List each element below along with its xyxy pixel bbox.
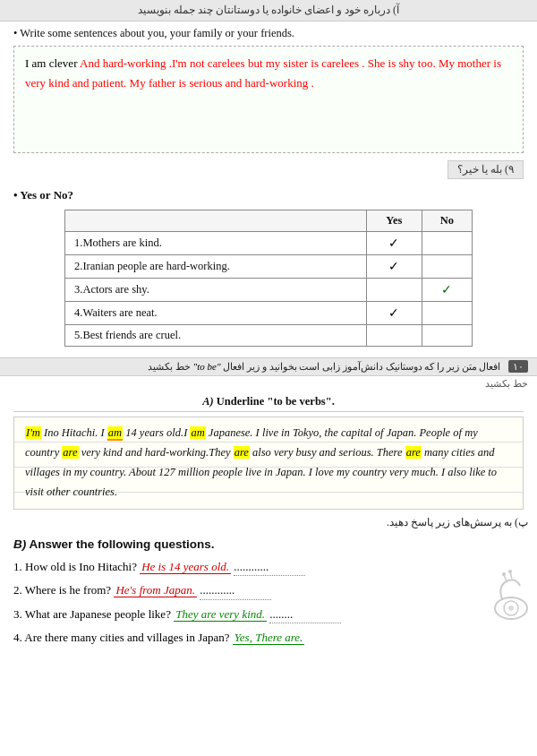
section-a-instruction: Write some sentences about you, your fam… xyxy=(13,27,524,40)
q2-answer: He's from Japan. xyxy=(114,583,197,597)
row3-text: 3.Actors are shy. xyxy=(65,279,367,302)
q2-num: 2. xyxy=(13,583,25,597)
section10-suffix: خط بکشید xyxy=(148,361,191,372)
writing-content-red: And hard-working .I'm not carelees but m… xyxy=(25,56,501,90)
text-im: I'm Ino Hitachi. I am 14 years old.I am … xyxy=(25,426,497,498)
underline-title: A) Underline "to be verbs". xyxy=(13,395,524,412)
title-rest: Answer the following questions. xyxy=(30,537,215,551)
row4-yes: ✓ xyxy=(367,302,422,325)
svg-point-6 xyxy=(508,570,512,573)
row1-yes: ✓ xyxy=(367,232,422,255)
decorative-snail-icon xyxy=(489,559,533,631)
underline-section: A) Underline "to be verbs". I'm Ino Hita… xyxy=(0,391,537,513)
q1-num: 1. xyxy=(13,560,25,573)
question-item-1: 1. How old is Ino Hitachi? He is 14 year… xyxy=(13,558,524,577)
title-a: A) xyxy=(202,395,214,408)
writing-prefix: I am clever xyxy=(25,56,77,70)
title-rest: Underline "to be verbs". xyxy=(217,395,335,408)
q4-text: Are there many cities and villages in Ja… xyxy=(24,631,232,644)
col-yes: Yes xyxy=(367,210,422,232)
table-row: 3.Actors are shy. ✓ xyxy=(65,279,473,302)
check-green: ✓ xyxy=(441,283,452,296)
check-black: ✓ xyxy=(388,236,399,250)
highlight-are3: are xyxy=(405,446,422,459)
q4-num: 4. xyxy=(13,631,24,644)
row2-text: 2.Iranian people are hard-working. xyxy=(65,255,367,279)
row2-no xyxy=(422,255,472,279)
check-black: ✓ xyxy=(388,260,399,273)
q2-dots: ............ xyxy=(200,581,271,600)
row1-text: 1.Mothers are kind. xyxy=(65,232,367,255)
svg-line-3 xyxy=(504,575,507,581)
answer-title: B) Answer the following questions. xyxy=(13,537,524,551)
section9-label: ۹) بله یا خیر؟ xyxy=(448,160,524,179)
svg-point-2 xyxy=(508,606,514,611)
row2-yes: ✓ xyxy=(367,255,422,279)
title-b: B) xyxy=(13,537,26,551)
table-row: 5.Best friends are cruel. xyxy=(65,325,473,347)
highlight-are1: are xyxy=(62,446,78,459)
q1-dots: ............ xyxy=(234,558,305,577)
question-item-4: 4. Are there many cities and villages in… xyxy=(13,629,524,647)
answer-section: B) Answer the following questions. 1. Ho… xyxy=(0,532,537,657)
header-text: آ) درباره خود و اعضای خانواده یا دوستانت… xyxy=(138,4,399,16)
page: آ) درباره خود و اعضای خانواده یا دوستانت… xyxy=(0,0,537,756)
writing-box: I am clever And hard-working .I'm not ca… xyxy=(13,46,524,153)
khat-label: خط بکشید xyxy=(0,376,537,391)
table-row: 1.Mothers are kind. ✓ xyxy=(65,232,473,255)
col-no: No xyxy=(422,210,472,232)
highlight-am2: am xyxy=(190,426,205,439)
yes-no-section: Yes or No? Yes No 1.Mothers are kind. ✓ … xyxy=(0,183,537,357)
row5-text: 5.Best friends are cruel. xyxy=(65,325,367,347)
yes-no-table: Yes No 1.Mothers are kind. ✓ 2.Iranian p… xyxy=(64,210,473,347)
table-row: 2.Iranian people are hard-working. ✓ xyxy=(65,255,473,279)
q4-answer: Yes, There are. xyxy=(233,631,305,645)
row3-no: ✓ xyxy=(422,279,472,302)
svg-line-4 xyxy=(510,572,512,579)
section10-label: ۱۰ افعال متن زیر را که دوستانیک دانش‌آمو… xyxy=(0,357,537,376)
question-item-3: 3. What are Japanese people like? They a… xyxy=(13,606,524,624)
q1-text: How old is Ino Hitachi? xyxy=(25,560,140,573)
q3-answer: They are very kind. xyxy=(174,607,267,622)
highlight-are2: are xyxy=(234,446,250,459)
q3-text: What are Japanese people like? xyxy=(25,607,174,621)
row4-text: 4.Waiters are neat. xyxy=(65,302,367,325)
row3-yes xyxy=(367,279,422,302)
section10-text: افعال متن زیر را که دوستانیک دانش‌آموز ز… xyxy=(221,361,501,372)
section10-num: ۱۰ xyxy=(508,360,528,373)
section-a: Write some sentences about you, your fam… xyxy=(0,21,537,160)
q3-dots: ........ xyxy=(269,606,341,624)
col-statement xyxy=(65,210,367,232)
highlight-am1: am xyxy=(107,426,123,441)
yes-no-title: Yes or No? xyxy=(13,188,524,202)
p-label: پ) به پرسش‌های زیر پاسخ دهید. xyxy=(0,513,537,532)
q3-num: 3. xyxy=(13,607,25,621)
highlight-im: I'm xyxy=(25,426,41,439)
q1-answer: He is 14 years old. xyxy=(140,560,231,574)
top-header: آ) درباره خود و اعضای خانواده یا دوستانت… xyxy=(0,0,537,21)
svg-point-5 xyxy=(502,572,506,576)
check-black: ✓ xyxy=(388,306,399,320)
underline-box: I'm Ino Hitachi. I am 14 years old.I am … xyxy=(13,417,524,510)
row4-no xyxy=(422,302,472,325)
section10-quoted: "to be" xyxy=(193,361,221,372)
table-row: 4.Waiters are neat. ✓ xyxy=(65,302,473,325)
question-item-2: 2. Where is he from? He's from Japan. ..… xyxy=(13,581,524,600)
row1-no xyxy=(422,232,472,255)
row5-yes xyxy=(367,325,422,347)
row5-no xyxy=(422,325,472,347)
q2-text: Where is he from? xyxy=(25,583,115,597)
